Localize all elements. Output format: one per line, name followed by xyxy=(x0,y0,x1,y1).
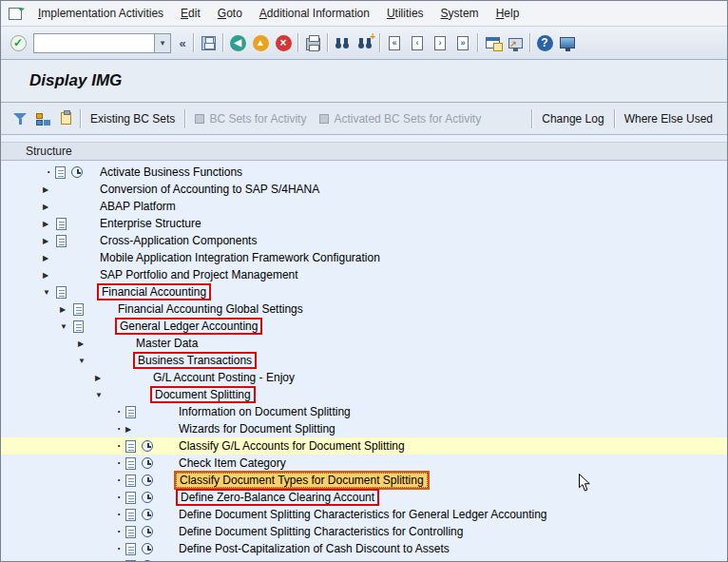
tree-item-label[interactable]: Business Transactions xyxy=(133,352,257,369)
collapse-icon[interactable]: ▼ xyxy=(78,357,91,365)
tree-item-label[interactable]: Conversion of Accounting to SAP S/4HANA xyxy=(97,183,322,196)
tree-row[interactable]: · Define Document Splitting Characterist… xyxy=(1,506,727,523)
tree-row[interactable]: · Edit Constants for Nonassigned Process… xyxy=(1,557,727,562)
next-page-button[interactable]: › xyxy=(429,31,451,54)
tree-item-label[interactable]: Information on Document Splitting xyxy=(176,405,354,418)
find-button[interactable] xyxy=(331,31,354,54)
customize-layout-button[interactable] xyxy=(556,31,579,54)
expand-icon[interactable]: ▶ xyxy=(43,237,56,245)
save-button[interactable] xyxy=(197,31,220,54)
copy-button[interactable] xyxy=(54,107,77,130)
menu-edit[interactable]: Edit xyxy=(172,4,209,23)
filter-button[interactable] xyxy=(9,107,31,130)
img-activity-icon[interactable] xyxy=(142,457,153,469)
menu-implementation-activities[interactable]: Implementation Activities xyxy=(29,4,172,23)
img-activity-icon[interactable] xyxy=(142,440,153,452)
img-activity-icon[interactable] xyxy=(71,166,83,178)
tree-item-label[interactable]: Define Zero-Balance Clearing Account xyxy=(176,489,379,506)
expand-icon[interactable]: ▶ xyxy=(43,271,56,280)
expand-icon[interactable]: ▶ xyxy=(60,305,73,314)
tree-row[interactable]: ▼ General Ledger Accounting xyxy=(1,318,727,335)
previous-page-button[interactable]: ‹ xyxy=(406,31,429,54)
document-icon[interactable] xyxy=(125,509,136,521)
tree-item-label[interactable]: Activate Business Functions xyxy=(97,165,245,179)
tree-row-selected[interactable]: · Classify Document Types for Document S… xyxy=(1,472,727,489)
menu-help[interactable]: Help xyxy=(488,4,528,23)
tree-row[interactable]: ▼ Document Splitting xyxy=(1,386,727,403)
tree-item-label[interactable]: Master Data xyxy=(133,337,201,350)
existing-bc-sets-button[interactable]: Existing BC Sets xyxy=(84,109,182,128)
img-activity-icon[interactable] xyxy=(142,526,153,537)
print-button[interactable] xyxy=(301,31,324,54)
tree-item-label[interactable]: Document Splitting xyxy=(150,386,256,403)
tree-row[interactable]: · Define Zero-Balance Clearing Account xyxy=(1,489,727,506)
cancel-button[interactable]: × xyxy=(272,31,295,54)
tree-item-label[interactable]: Classify G/L Accounts for Document Split… xyxy=(176,439,408,453)
tree-item-label[interactable]: SAP Portfolio and Project Management xyxy=(97,268,301,281)
first-page-button[interactable]: « xyxy=(383,31,406,54)
tree-row[interactable]: · ▶ Wizards for Document Splitting xyxy=(1,420,727,437)
img-activity-icon[interactable] xyxy=(142,509,153,520)
tree-row[interactable]: ▶ ABAP Platform xyxy=(1,198,727,215)
img-activity-icon[interactable] xyxy=(142,543,153,554)
tree-item-label[interactable]: ABAP Platform xyxy=(97,200,179,213)
expand-icon[interactable]: ▶ xyxy=(125,425,139,434)
tree-row[interactable]: ▶ Master Data xyxy=(1,335,727,352)
collapse-field-icon[interactable]: « xyxy=(175,31,190,54)
command-input[interactable] xyxy=(34,35,154,51)
tree-item-label[interactable]: Define Post-Capitalization of Cash Disco… xyxy=(176,542,452,555)
document-icon[interactable] xyxy=(56,218,67,230)
document-icon[interactable] xyxy=(55,166,66,179)
where-else-used-button[interactable]: Where Else Used xyxy=(618,109,719,128)
document-icon[interactable] xyxy=(125,492,136,504)
expand-icon[interactable]: ▶ xyxy=(43,220,56,228)
tree-row[interactable]: · Activate Business Functions xyxy=(1,164,727,181)
expand-icon[interactable]: ▶ xyxy=(95,374,108,382)
menu-system[interactable]: System xyxy=(432,4,488,23)
menu-additional-information[interactable]: Additional Information xyxy=(251,4,378,23)
document-icon[interactable] xyxy=(73,320,84,333)
tree-row[interactable]: ▶ Conversion of Accounting to SAP S/4HAN… xyxy=(1,181,727,198)
tree-row-highlighted[interactable]: · Classify G/L Accounts for Document Spl… xyxy=(1,437,727,455)
tree-item-label[interactable]: General Ledger Accounting xyxy=(115,318,262,335)
change-log-button[interactable]: Change Log xyxy=(535,109,610,128)
enter-button[interactable]: ✓ xyxy=(7,31,29,54)
expand-icon[interactable]: ▶ xyxy=(78,339,91,348)
tree-row[interactable]: ▶ Enterprise Structure xyxy=(1,215,727,232)
tree-item-label[interactable]: Define Document Splitting Characteristic… xyxy=(176,525,466,538)
tree-row[interactable]: ▶ G/L Account Posting - Enjoy xyxy=(1,369,727,386)
tree-row[interactable]: · Define Document Splitting Characterist… xyxy=(1,523,727,540)
help-button[interactable]: ? xyxy=(533,31,556,54)
expand-icon[interactable]: ▶ xyxy=(43,203,56,211)
tree-row[interactable]: ▶ Cross-Application Components xyxy=(1,232,727,249)
tree-item-label[interactable]: Mobile Application Integration Framework… xyxy=(97,251,383,264)
find-next-button[interactable]: + xyxy=(354,31,376,54)
tree-row[interactable]: ▼ Financial Accounting xyxy=(1,283,727,300)
collapse-icon[interactable]: ▼ xyxy=(43,288,56,297)
tree-item-label[interactable]: Define Document Splitting Characteristic… xyxy=(176,508,550,521)
document-icon[interactable] xyxy=(125,440,136,453)
tree-row[interactable]: ▼ Business Transactions xyxy=(1,352,727,369)
tree-row[interactable]: ▶ Mobile Application Integration Framewo… xyxy=(1,249,727,266)
img-activity-icon[interactable] xyxy=(142,475,153,486)
create-shortcut-button[interactable]: ↗ xyxy=(504,31,527,54)
exit-button[interactable]: ▲ xyxy=(249,31,272,54)
last-page-button[interactable]: » xyxy=(451,31,474,54)
document-icon[interactable] xyxy=(56,235,67,247)
collapse-icon[interactable]: ▼ xyxy=(95,391,108,399)
new-session-button[interactable] xyxy=(481,31,504,54)
img-activity-icon[interactable] xyxy=(142,492,153,503)
system-menu-icon[interactable] xyxy=(9,8,22,20)
expand-icon[interactable]: ▶ xyxy=(43,254,56,262)
document-icon[interactable] xyxy=(125,475,136,487)
command-dropdown-icon[interactable]: ▾ xyxy=(154,34,170,52)
expand-icon[interactable]: ▶ xyxy=(43,185,56,194)
tree-item-label[interactable]: Financial Accounting Global Settings xyxy=(115,302,306,316)
tree-item-label[interactable]: Check Item Category xyxy=(176,456,289,470)
bc-sets-display-button[interactable] xyxy=(31,107,54,130)
tree-item-label[interactable]: Financial Accounting xyxy=(97,283,211,300)
menu-utilities[interactable]: Utilities xyxy=(378,4,432,23)
tree-item-label[interactable]: Enterprise Structure xyxy=(97,217,204,230)
tree-item-label[interactable]: Classify Document Types for Document Spl… xyxy=(176,473,428,488)
tree-row[interactable]: · Define Post-Capitalization of Cash Dis… xyxy=(1,540,727,557)
